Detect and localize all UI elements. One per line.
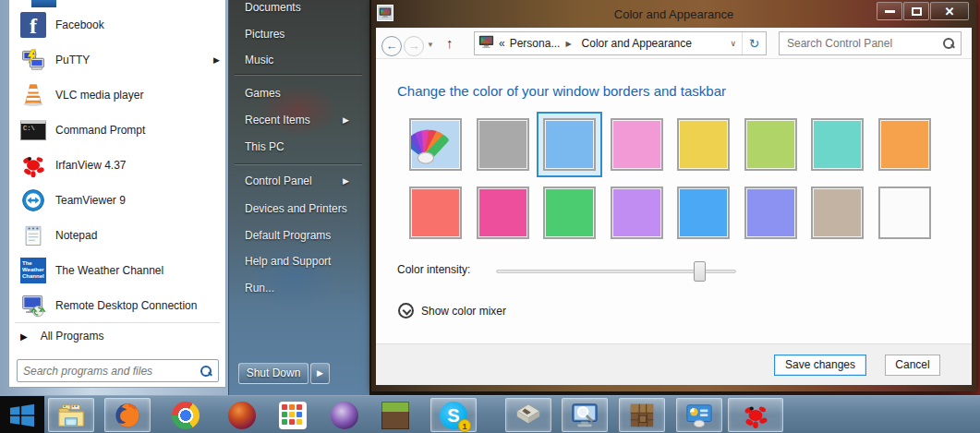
breadcrumb-parent[interactable]: Persona... — [510, 37, 561, 50]
taskbar: S1 — [0, 395, 980, 433]
save-changes-button[interactable]: Save changes — [774, 355, 866, 376]
color-intensity-label: Color intensity: — [397, 263, 470, 276]
menu-divider — [235, 74, 362, 76]
start-menu-item-command-prompt[interactable]: C:\ Command Prompt — [13, 113, 222, 148]
notepad-icon — [18, 221, 48, 250]
address-bar[interactable]: Persona... Color and Appearance — [474, 31, 767, 55]
forward-button[interactable] — [404, 36, 424, 56]
title-bar[interactable]: Color and Appearance ✕ — [371, 0, 976, 28]
start-button[interactable] — [0, 396, 44, 433]
swatch-green[interactable] — [744, 118, 797, 171]
start-menu-item-remote-desktop[interactable]: Remote Desktop Connection — [13, 288, 222, 323]
weather-icon-text: The Weather Channel — [20, 258, 46, 283]
show-color-mixer[interactable]: Show color mixer — [398, 303, 506, 319]
color-fan-icon — [411, 120, 460, 169]
breadcrumb-current[interactable]: Color and Appearance — [582, 37, 692, 50]
window-icon — [377, 5, 393, 21]
maximize-button[interactable] — [903, 2, 929, 20]
start-menu-item-vlc[interactable]: VLC media player — [13, 78, 222, 113]
taskbar-item-chrome[interactable] — [163, 398, 209, 432]
taskbar-item-eclipse[interactable] — [321, 398, 368, 432]
menu-item-control-panel[interactable]: Control Panel — [233, 170, 355, 192]
sweet-home-3d-icon — [514, 402, 542, 429]
cancel-button[interactable]: Cancel — [885, 355, 940, 376]
swatch-sky-blue[interactable] — [543, 118, 596, 171]
taskbar-item-file-explorer[interactable] — [48, 398, 94, 432]
remote-desktop-icon — [18, 291, 48, 320]
chevron-down-circle-icon[interactable] — [398, 303, 414, 319]
swatch-red[interactable] — [409, 186, 462, 239]
color-intensity-slider[interactable] — [496, 260, 736, 283]
search-icon[interactable] — [200, 365, 212, 378]
intensity-slider-handle[interactable] — [694, 261, 706, 282]
up-button[interactable] — [446, 35, 454, 51]
all-programs[interactable]: All Programs — [13, 323, 222, 349]
menu-item-help-support[interactable]: Help and Support — [233, 250, 355, 272]
notification-badge: 1 — [458, 419, 471, 432]
start-menu-item-irfanview[interactable]: IrfanView 4.37 — [13, 148, 222, 183]
taskbar-item-skype[interactable]: S1 — [430, 398, 477, 432]
swatch-automatic[interactable] — [409, 118, 462, 171]
swatch-yellow[interactable] — [677, 118, 730, 171]
shut-down-button[interactable]: Shut Down — [238, 363, 309, 384]
start-search-input[interactable] — [18, 365, 200, 378]
swatch-blue[interactable] — [677, 186, 730, 239]
start-menu-item-teamviewer[interactable]: TeamViewer 9 — [13, 183, 222, 218]
swatch-turquoise[interactable] — [811, 118, 864, 171]
taskbar-item-app-grid[interactable] — [270, 398, 316, 432]
history-dropdown-icon[interactable] — [427, 41, 434, 49]
taskbar-item-screen-search[interactable] — [562, 398, 608, 432]
menu-item-this-pc[interactable]: This PC — [233, 136, 355, 158]
swatch-white[interactable] — [878, 186, 931, 239]
swatch-gray[interactable] — [477, 118, 529, 171]
minimize-button[interactable] — [877, 2, 902, 20]
start-menu-left-panel: f Facebook PuTTY VLC media player C:\ Co… — [8, 0, 226, 388]
start-menu-item-notepad[interactable]: Notepad — [13, 218, 222, 253]
menu-item-run[interactable]: Run... — [233, 277, 355, 299]
taskbar-item-sweet-home-3d[interactable] — [505, 398, 551, 432]
submenu-arrow-icon — [213, 55, 220, 65]
address-dropdown-icon[interactable] — [723, 39, 742, 48]
start-menu-item-weather-channel[interactable]: The Weather Channel The Weather Channel — [13, 253, 222, 288]
taskbar-item-crafting-table[interactable] — [619, 398, 665, 432]
close-button[interactable]: ✕ — [930, 2, 969, 20]
start-menu-item-facebook[interactable]: f Facebook — [13, 7, 222, 42]
search-icon[interactable] — [942, 37, 955, 50]
skype-icon: S1 — [440, 402, 467, 429]
start-menu-right-panel: Documents Pictures Music Games Recent It… — [229, 0, 369, 395]
taskbar-item-minecraft[interactable] — [372, 398, 418, 432]
breadcrumb-separator-icon[interactable] — [565, 40, 571, 48]
swatch-magenta[interactable] — [477, 186, 529, 239]
display-settings-icon — [685, 402, 713, 429]
taskbar-item-irfanview[interactable] — [728, 398, 783, 432]
shut-down-options-arrow[interactable] — [310, 363, 330, 384]
swatch-violet[interactable] — [611, 186, 663, 239]
swatch-orange[interactable] — [878, 118, 931, 171]
taskbar-item-firefox-aurora[interactable] — [219, 398, 265, 432]
menu-item-recent-items[interactable]: Recent Items — [233, 109, 355, 131]
breadcrumb-overflow-icon[interactable] — [499, 37, 505, 50]
cropped-item-icon — [31, 0, 56, 7]
menu-divider — [235, 163, 362, 165]
refresh-button[interactable] — [742, 32, 766, 54]
swatch-pink[interactable] — [611, 118, 663, 171]
menu-item-devices-printers[interactable]: Devices and Printers — [233, 198, 355, 220]
taskbar-item-display-settings[interactable] — [676, 398, 722, 432]
windows-logo-icon — [8, 403, 36, 427]
swatch-periwinkle[interactable] — [744, 186, 797, 239]
taskbar-item-firefox[interactable] — [104, 398, 151, 432]
swatch-taupe[interactable] — [811, 186, 864, 239]
irfanview-icon — [742, 402, 769, 429]
firefox-aurora-icon — [228, 402, 256, 429]
menu-item-documents[interactable]: Documents — [233, 0, 355, 18]
start-menu-item-putty[interactable]: PuTTY — [13, 42, 222, 78]
back-button[interactable] — [381, 36, 402, 56]
menu-item-music[interactable]: Music — [233, 49, 355, 71]
putty-icon — [18, 45, 48, 75]
swatch-emerald[interactable] — [543, 186, 596, 239]
menu-item-games[interactable]: Games — [233, 82, 355, 104]
menu-item-pictures[interactable]: Pictures — [233, 23, 355, 45]
start-menu: f Facebook PuTTY VLC media player C:\ Co… — [0, 0, 229, 395]
control-panel-search-input[interactable] — [780, 37, 942, 50]
menu-item-default-programs[interactable]: Default Programs — [233, 224, 355, 247]
